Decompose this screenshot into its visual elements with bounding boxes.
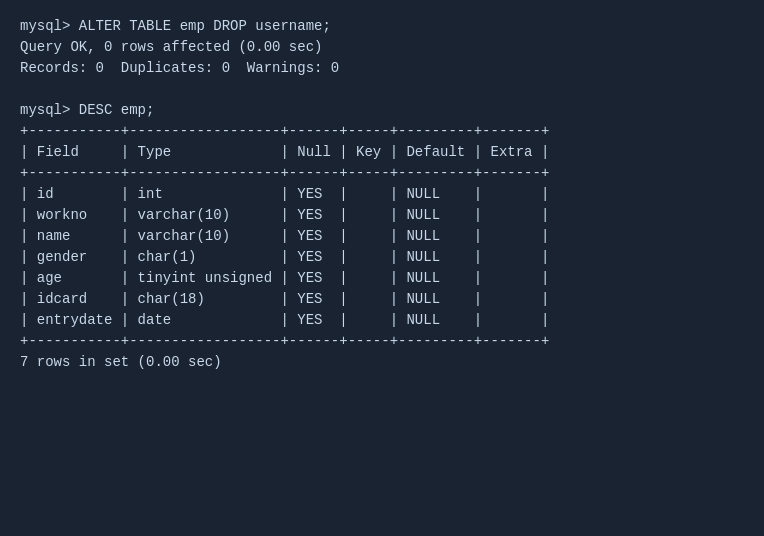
terminal-line-cmd1: mysql> ALTER TABLE emp DROP username;: [20, 16, 744, 37]
terminal-line-row4: | gender | char(1) | YES | | NULL | |: [20, 247, 744, 268]
terminal-line-row6: | idcard | char(18) | YES | | NULL | |: [20, 289, 744, 310]
terminal-line-row2: | workno | varchar(10) | YES | | NULL | …: [20, 205, 744, 226]
terminal-line-row5: | age | tinyint unsigned | YES | | NULL …: [20, 268, 744, 289]
terminal-line-result1: Query OK, 0 rows affected (0.00 sec): [20, 37, 744, 58]
terminal-line-border2: +-----------+------------------+------+-…: [20, 163, 744, 184]
terminal-line-row3: | name | varchar(10) | YES | | NULL | |: [20, 226, 744, 247]
terminal-window: mysql> ALTER TABLE emp DROP username;Que…: [20, 16, 744, 373]
terminal-line-row7: | entrydate | date | YES | | NULL | |: [20, 310, 744, 331]
terminal-line-border1: +-----------+------------------+------+-…: [20, 121, 744, 142]
terminal-line-row1: | id | int | YES | | NULL | |: [20, 184, 744, 205]
terminal-line-summary: 7 rows in set (0.00 sec): [20, 352, 744, 373]
terminal-line-border3: +-----------+------------------+------+-…: [20, 331, 744, 352]
terminal-line-cmd2: mysql> DESC emp;: [20, 100, 744, 121]
terminal-line-result2: Records: 0 Duplicates: 0 Warnings: 0: [20, 58, 744, 79]
terminal-line-header: | Field | Type | Null | Key | Default | …: [20, 142, 744, 163]
empty-line: [20, 79, 744, 100]
